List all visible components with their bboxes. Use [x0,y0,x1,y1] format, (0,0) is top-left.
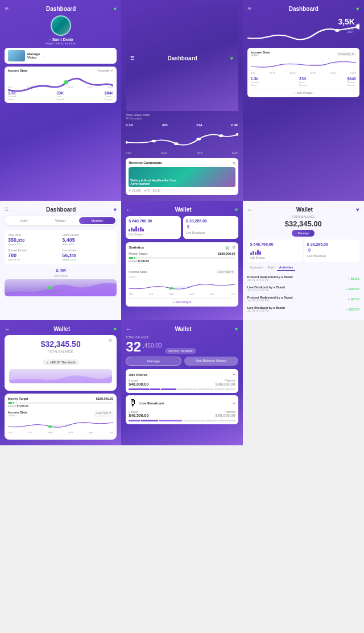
hamburger-icon-2[interactable]: ☰ [130,56,134,61]
back-arrow-6[interactable]: ← [247,206,253,213]
time-labels-3: 9:00 12:00 15:00 18:00 21:00 24:00 [251,72,356,75]
total-bal-section: TOTAL BALANCE 32 ,450.00 +$40.50 This Mo… [126,336,238,354]
this-month-badge: ▲ +$40.50 This Month [43,359,79,365]
hamburger-icon-3[interactable]: ☰ [247,6,251,11]
chart-icon[interactable]: 📊 [225,245,230,250]
cell8-title: Wallet [131,326,234,332]
channel-card-adv: Adv Shares + Earned $40,000.00 Planned $… [126,369,238,393]
tm-amount: +$40.50 [50,361,60,364]
back-arrow-5[interactable]: ← [126,206,131,213]
stats-section-5: Statistics 📊 ⚙ Montly Target $180,000.00… [126,242,238,307]
svg-point-10 [169,287,173,289]
cell6-header: ← Wallet ♥ [247,206,359,213]
tb-this-month-label: This Month [179,349,193,353]
stat-views: 👁23,929 [129,189,140,192]
stat-cv: 1.3k ContentViews [251,77,259,86]
wc-adv-6: $ 640,768.00 Adv Shares [247,239,303,262]
wc-broadcast-6: $ 38,285.00 🎙 Live Broadcast [304,239,359,262]
svg-point-0 [64,80,68,84]
line-chart-area: 2.3K 305 224 2.4K FEB MAR APR MAY [126,123,238,155]
gear-icon-7[interactable]: ⚙ [108,338,112,343]
svg-point-8 [356,24,359,29]
cc-amount-adv: Earned $40,000.00 Planned $80,000.00 [129,379,235,386]
running-campaigns-card: Running Campaigns ⚙ Writing A Good Headl… [126,158,238,195]
activity-item-1: Product Redeemed by a Brand Jan 23, at 4… [247,274,359,284]
tm-label: This Month [61,361,76,364]
wc-label-broadcast: Live Broadcast [186,231,235,234]
cc-header-bc: 🎙 Live Broadcast + [129,398,235,408]
heart-icon-2[interactable]: ♥ [230,55,234,61]
cell7-header: ← Wallet ♥ [5,326,117,332]
heart-icon-7[interactable]: ♥ [113,326,117,332]
cc-plus-adv[interactable]: + [233,372,235,377]
cc-progress-adv [129,388,235,390]
tb-big: 32 [126,340,141,354]
period-tabs: Daily Weekly Monthly [5,216,117,225]
cc-title-bc: Live Broadcast [139,402,164,405]
cell3-header: ☰ Dashboard ♥ [247,6,359,12]
heart-icon-8[interactable]: ♥ [235,326,238,332]
manage-btn-8[interactable]: Manage [126,357,181,366]
cell-filler [243,320,364,445]
tab-stats[interactable]: Stats [265,264,277,271]
heart-icon[interactable]: ♥ [113,6,117,12]
back-arrow-8[interactable]: ← [126,326,131,332]
manage-card[interactable]: ManageVideo → [5,48,117,64]
chart-months: FEB MAR APR MAY [126,151,238,155]
tab-daily[interactable]: Daily [6,217,42,224]
hamburger-icon-4[interactable]: ☰ [5,207,9,212]
back-arrow-7[interactable]: ← [5,326,10,332]
heart-icon-4[interactable]: ♥ [113,206,117,213]
heart-icon-6[interactable]: ♥ [356,206,359,213]
heart-icon-3[interactable]: ♥ [356,6,359,12]
progress-bar-7 [8,402,113,404]
heart-icon-5[interactable]: ♥ [235,206,238,213]
verified-badge: ✓ [48,38,51,42]
svg-point-11 [48,425,52,428]
manage-button-6[interactable]: Manage [292,230,315,237]
progress-fill [129,257,133,259]
add-widget[interactable]: + add Widget [251,89,356,94]
tb-amount-row: 32 ,450.00 +$40.50 This Month [126,340,238,354]
avatar [51,15,71,36]
metrics-grid: Total View 350,350 Users ▲23% Likes Earn… [5,230,117,264]
activity-info-3: Product Redeemed by a Brand Jan 23, at 4… [247,296,293,302]
total-balance-label-6: TOTAL BALANCE [247,215,359,218]
total-balance-val-6: $32,345.00 [247,220,359,228]
cell-dashboard-zoomed: ☰ Dashboard ♥ 3,5K JUN2017 Income Stats … [243,0,364,201]
total-views-label: Total Views [5,274,117,278]
cell-dashboard-monthly: ☰ Dashboard ♥ Daily Weekly Monthly Total… [0,201,121,320]
hamburger-icon[interactable]: ☰ [5,6,9,11]
monthly-target-row: Montly Target $180,000.00 [129,252,235,255]
stat-le: 23K LikesEarned [299,77,307,86]
cc-earned-adv: Earned $40,000.00 [129,379,148,386]
is-period[interactable]: Yesterday ▼ [337,52,356,56]
history-btn-8[interactable]: See Balance History [184,357,238,366]
cc-planned-bc: Planned $80,000.00 [216,410,235,417]
cc-plus-bc[interactable]: + [233,401,235,406]
income-period-7[interactable]: Last Year ▼ [94,411,113,417]
add-widget-5[interactable]: + add Widget [129,298,235,304]
tab-summary[interactable]: Summary [247,264,266,271]
cell-wallet-activities: ← Wallet ♥ TOTAL BALANCE $32,345.00 Mana… [243,201,364,320]
tb-label: TOTAL BALANCE [126,336,238,339]
settings-icon-5[interactable]: ⚙ [232,245,235,250]
channel-card-broadcast: 🎙 Live Broadcast + Earned $40,500.00 Pla… [126,395,238,424]
income-period-5[interactable]: Last Year ▼ [216,270,235,274]
tm-up-icon: ▲ [46,361,49,364]
tab-weekly[interactable]: Weekly [42,217,78,224]
ss-header-5: Statistics 📊 ⚙ [129,245,235,250]
user-name: ✓ Saint Dodo [48,38,73,42]
stats-period[interactable]: Yesterday ▼ [97,69,113,72]
cc-progress-bc [129,419,235,421]
tab-activities[interactable]: Activities [277,264,295,271]
wallet-cards-5: $ 640,768.00 Adv Shares $ 38,285.00 🎙 Li… [126,216,238,239]
cell-wallet-big-balance: ← Wallet ♥ TOTAL BALANCE 32 ,450.00 +$40… [121,320,242,445]
income-sub-7: Dollars [8,414,27,417]
avatar-container: ✓ Saint Dodo singer, dancer, youtuber [5,15,117,45]
tab-monthly[interactable]: Monthly [79,217,115,224]
settings-icon[interactable]: ⚙ [233,161,235,165]
cell-wallet-balance-card: ← Wallet ♥ ⚙ $32,345.50 TOTAL BALANCE ▲ … [0,320,121,445]
wallet-cards-row-6: $ 640,768.00 Adv Shares $ 38,285.00 🎙 Li… [247,239,359,262]
month-labels-5: JAN FEB MAR APR MAY JUN [129,293,235,296]
